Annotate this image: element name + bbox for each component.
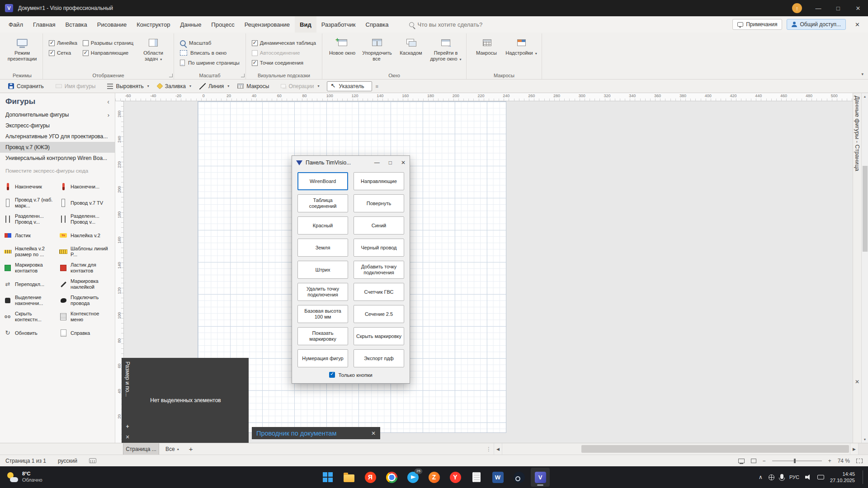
splitter-handle[interactable]: ⋮ [484,446,494,452]
shape-item[interactable]: Наконечник [2,179,57,194]
checkbox[interactable] [49,50,55,56]
shape-item[interactable]: Провод v.7 TV [57,195,113,211]
toolbar-overflow-icon[interactable]: ≡ [373,84,381,89]
zoom-slider-thumb[interactable] [794,459,796,463]
checkbox[interactable] [83,40,89,46]
shape-data-close-icon[interactable]: ✕ [855,379,859,385]
update-badge-icon[interactable]: ↑ [792,3,802,13]
task-panes-button[interactable]: Области задач ▾ [137,34,170,70]
stencil-link[interactable]: Универсальный контроллер Wiren Boa... [0,153,115,164]
menu-tab[interactable]: Рецензирование [240,16,295,33]
dialog-button[interactable]: Повернуть [354,194,404,212]
zoom-out-icon[interactable]: − [763,458,766,464]
stencil-link[interactable]: Экспресс-фигуры [0,120,115,131]
shape-item[interactable]: Справка [57,325,113,341]
menu-tab[interactable]: Файл [4,16,28,33]
close-button[interactable]: ✕ [848,0,868,16]
presentation-mode-button[interactable]: Режим презентации [5,34,39,70]
telegram-icon[interactable]: 25 [403,468,422,487]
dialog-button[interactable]: Нумерация фигур [297,349,348,367]
toolbar-button[interactable]: Сохранить [5,82,51,91]
shape-data-tab[interactable]: Данные фигуры - Страница ✕ [853,93,861,443]
dialog-launcher-icon[interactable] [241,74,245,77]
minimize-button[interactable]: — [808,0,828,16]
ribbon-window-button[interactable]: Новое окно [326,34,359,70]
ribbon-checkbox-row[interactable]: Динамическая таблица [250,38,318,48]
scroll-down-icon[interactable]: ▼ [862,436,868,443]
shape-item[interactable]: Скрыть контекстн... [2,309,57,324]
dialog-button[interactable]: Показать маркировку [297,327,348,345]
shape-item[interactable]: Разделенн... Провод v... [2,211,57,227]
zoom-in-icon[interactable]: + [828,458,831,464]
steam-icon[interactable] [509,468,528,487]
vertical-scrollbar[interactable]: ▲ ▼ [861,93,868,443]
checkbox-checked[interactable] [329,372,335,378]
size-panel-close-icon[interactable]: ✕ [125,434,129,440]
word-icon[interactable]: W [488,468,507,487]
ribbon-checkbox-row[interactable]: Линейка [47,38,80,48]
checkbox[interactable] [252,60,258,66]
shape-item[interactable]: Разделенн... Провод v... [57,211,113,227]
dialog-close-icon[interactable]: ✕ [401,160,406,166]
fit-page-icon[interactable] [751,459,756,463]
shape-item[interactable]: Переподкл... [2,277,57,292]
dialog-button[interactable]: Земля [297,239,348,257]
ribbon-macros-button[interactable]: Макросы [470,34,504,70]
checkbox[interactable] [252,40,258,46]
ribbon-small-button[interactable]: Вписать в окно [178,48,242,58]
menu-tab[interactable]: Данные [175,16,206,33]
toolbar-button[interactable]: Линия ▾ [196,82,233,91]
dialog-button[interactable]: Скрыть маркировку [354,327,404,345]
ribbon-checkbox-row[interactable]: Направляющие [80,48,136,58]
dialog-title-bar[interactable]: Панель TimVisio... — □ ✕ [292,156,410,169]
start-button[interactable] [318,468,337,487]
menu-tab[interactable]: Главная [28,16,60,33]
menu-tab[interactable]: Вид [295,16,316,33]
dialog-button[interactable]: Добавить точку подключения [354,261,404,279]
dialog-button[interactable]: Таблица соединений [297,194,348,212]
shape-item[interactable]: Шаблоны линий P... [57,244,113,259]
toolbar-button[interactable]: Макросы [234,82,276,91]
canvas-viewport[interactable]: 26024022020018016014012010080604020 Разм… [115,101,853,443]
dialog-maximize-icon[interactable]: □ [389,160,392,166]
ribbon-checkbox-row[interactable]: Разрывы страниц [80,38,136,48]
add-page-button[interactable]: + [185,445,197,453]
menu-tab[interactable]: Вставка [60,16,92,33]
shape-item[interactable]: Обновить [2,325,57,341]
toolbar-button[interactable]: Выровнять ▾ [104,82,152,91]
dialog-button[interactable]: Черный провод [354,239,404,257]
shape-item[interactable]: Наконечни... [57,179,113,194]
document-explorer-bar[interactable]: Проводник по документам ✕ [252,427,380,439]
scrollbar-thumb[interactable] [863,166,868,252]
checkbox[interactable] [49,40,55,46]
page-tab[interactable]: Страница ... [123,443,159,455]
ribbon-macros-button[interactable]: Надстройки ▾ [505,34,538,70]
volume-icon[interactable] [805,474,811,480]
dialog-button[interactable]: Сечение 2.5 [354,305,404,323]
fit-window-icon[interactable] [856,459,863,463]
menu-tab[interactable]: Справка [361,16,394,33]
shape-item[interactable]: Подключить провода [57,293,113,308]
ribbon-window-button[interactable]: Перейти в другое окно ▾ [429,34,462,70]
share-button[interactable]: Общий доступ... [787,19,846,30]
dialog-button[interactable]: Направляющие [354,172,404,190]
pane-close-icon[interactable]: ✕ [850,21,864,28]
dialog-button[interactable]: Удалить точку подключения [297,283,348,301]
tell-me-search[interactable]: Что вы хотите сделать? [409,21,483,28]
dialog-button[interactable]: WirenBoard [297,172,348,190]
checkbox[interactable] [252,50,258,56]
shape-item[interactable]: Маркировка контактов [2,260,57,276]
horizontal-scrollbar[interactable] [502,443,850,455]
presentation-mode-icon[interactable] [738,459,745,463]
ribbon-small-button[interactable]: Масштаб [178,38,242,48]
dialog-button[interactable]: Штрих [297,261,348,279]
yandex-music-icon[interactable]: Y [446,468,465,487]
dialog-button[interactable]: Счетчик ГВС [354,283,404,301]
dialog-launcher-icon[interactable] [169,74,173,77]
dialog-button[interactable]: Базовая высота 100 мм [297,305,348,323]
shape-item[interactable]: Маркировка наклейкой [57,277,113,292]
scrollbar-thumb[interactable] [581,445,849,453]
scroll-up-icon[interactable]: ▲ [862,93,868,100]
weather-widget[interactable]: 8°C Облачно [0,471,49,483]
toolbar-button[interactable]: Заливка ▾ [154,82,195,91]
